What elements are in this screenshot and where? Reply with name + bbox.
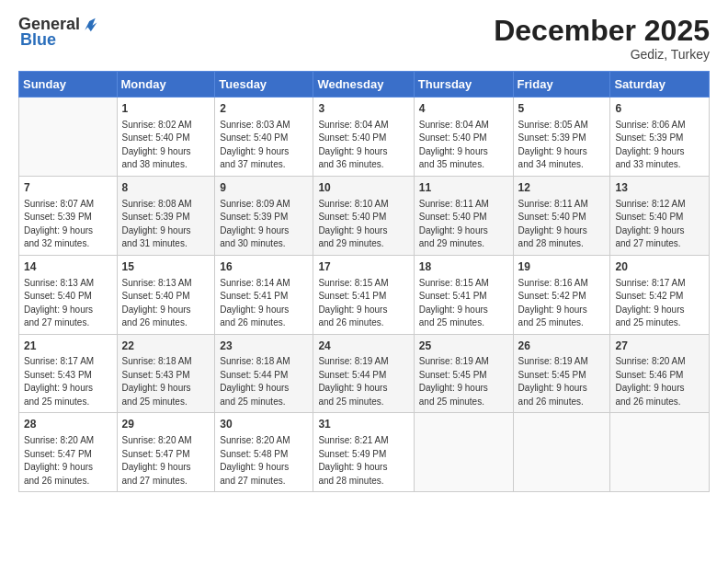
day-number: 29 <box>122 417 210 432</box>
calendar-week-row: 7Sunrise: 8:07 AMSunset: 5:39 PMDaylight… <box>19 176 710 255</box>
calendar-cell <box>414 413 513 492</box>
calendar-cell: 22Sunrise: 8:18 AMSunset: 5:43 PMDayligh… <box>117 334 215 413</box>
calendar-cell <box>19 98 118 177</box>
day-info: Sunrise: 8:20 AMSunset: 5:47 PMDaylight:… <box>122 434 210 488</box>
calendar-week-row: 28Sunrise: 8:20 AMSunset: 5:47 PMDayligh… <box>19 413 710 492</box>
calendar-week-row: 21Sunrise: 8:17 AMSunset: 5:43 PMDayligh… <box>19 334 710 413</box>
day-info: Sunrise: 8:09 AMSunset: 5:39 PMDaylight:… <box>220 198 308 251</box>
day-number: 14 <box>24 259 112 275</box>
calendar-cell: 10Sunrise: 8:10 AMSunset: 5:40 PMDayligh… <box>313 176 414 255</box>
day-number: 3 <box>318 101 408 117</box>
day-number: 26 <box>518 339 606 354</box>
calendar-cell: 12Sunrise: 8:11 AMSunset: 5:40 PMDayligh… <box>513 176 610 255</box>
day-info: Sunrise: 8:08 AMSunset: 5:39 PMDaylight:… <box>122 198 210 251</box>
day-number: 17 <box>318 259 408 275</box>
calendar-cell: 17Sunrise: 8:15 AMSunset: 5:41 PMDayligh… <box>313 255 414 334</box>
calendar-cell: 1Sunrise: 8:02 AMSunset: 5:40 PMDaylight… <box>117 98 215 177</box>
calendar-cell: 26Sunrise: 8:19 AMSunset: 5:45 PMDayligh… <box>513 334 610 413</box>
day-info: Sunrise: 8:05 AMSunset: 5:39 PMDaylight:… <box>518 119 606 172</box>
day-info: Sunrise: 8:13 AMSunset: 5:40 PMDaylight:… <box>24 277 112 330</box>
calendar-header-monday: Monday <box>117 72 215 98</box>
day-number: 27 <box>615 339 704 354</box>
calendar-header-tuesday: Tuesday <box>215 72 313 98</box>
day-info: Sunrise: 8:19 AMSunset: 5:45 PMDaylight:… <box>419 355 508 408</box>
calendar-cell: 28Sunrise: 8:20 AMSunset: 5:47 PMDayligh… <box>19 413 118 492</box>
day-number: 13 <box>615 180 704 196</box>
day-number: 18 <box>419 259 508 275</box>
day-info: Sunrise: 8:14 AMSunset: 5:41 PMDaylight:… <box>220 277 308 330</box>
calendar-header-sunday: Sunday <box>19 72 118 98</box>
day-number: 28 <box>24 417 112 432</box>
calendar-cell: 8Sunrise: 8:08 AMSunset: 5:39 PMDaylight… <box>117 176 215 255</box>
day-info: Sunrise: 8:19 AMSunset: 5:44 PMDaylight:… <box>318 355 408 408</box>
calendar-cell: 6Sunrise: 8:06 AMSunset: 5:39 PMDaylight… <box>610 98 710 177</box>
day-info: Sunrise: 8:20 AMSunset: 5:47 PMDaylight:… <box>24 434 112 488</box>
day-info: Sunrise: 8:11 AMSunset: 5:40 PMDaylight:… <box>518 198 606 251</box>
calendar-cell: 7Sunrise: 8:07 AMSunset: 5:39 PMDaylight… <box>19 176 118 255</box>
day-number: 24 <box>318 339 408 354</box>
month-title: December 2025 <box>494 15 710 47</box>
calendar-cell: 30Sunrise: 8:20 AMSunset: 5:48 PMDayligh… <box>215 413 313 492</box>
day-number: 15 <box>122 259 210 275</box>
day-info: Sunrise: 8:13 AMSunset: 5:40 PMDaylight:… <box>122 277 210 330</box>
calendar-cell: 23Sunrise: 8:18 AMSunset: 5:44 PMDayligh… <box>215 334 313 413</box>
day-number: 8 <box>122 180 210 196</box>
day-number: 21 <box>24 339 112 354</box>
day-info: Sunrise: 8:04 AMSunset: 5:40 PMDaylight:… <box>318 119 408 172</box>
calendar-cell: 9Sunrise: 8:09 AMSunset: 5:39 PMDaylight… <box>215 176 313 255</box>
calendar-cell: 2Sunrise: 8:03 AMSunset: 5:40 PMDaylight… <box>215 98 313 177</box>
header: General Blue December 2025 Gediz, Turkey <box>18 15 710 62</box>
calendar-cell: 4Sunrise: 8:04 AMSunset: 5:40 PMDaylight… <box>414 98 513 177</box>
calendar-cell: 16Sunrise: 8:14 AMSunset: 5:41 PMDayligh… <box>215 255 313 334</box>
calendar-cell: 3Sunrise: 8:04 AMSunset: 5:40 PMDaylight… <box>313 98 414 177</box>
location: Gediz, Turkey <box>494 47 710 62</box>
day-number: 11 <box>419 180 508 196</box>
day-number: 4 <box>419 101 508 117</box>
day-info: Sunrise: 8:17 AMSunset: 5:43 PMDaylight:… <box>24 355 112 408</box>
day-number: 10 <box>318 180 408 196</box>
calendar-cell: 21Sunrise: 8:17 AMSunset: 5:43 PMDayligh… <box>19 334 118 413</box>
calendar-cell: 18Sunrise: 8:15 AMSunset: 5:41 PMDayligh… <box>414 255 513 334</box>
calendar-header-saturday: Saturday <box>610 72 710 98</box>
day-info: Sunrise: 8:06 AMSunset: 5:39 PMDaylight:… <box>615 119 704 172</box>
day-info: Sunrise: 8:11 AMSunset: 5:40 PMDaylight:… <box>419 198 508 251</box>
day-info: Sunrise: 8:21 AMSunset: 5:49 PMDaylight:… <box>318 434 408 488</box>
day-number: 25 <box>419 339 508 354</box>
day-info: Sunrise: 8:10 AMSunset: 5:40 PMDaylight:… <box>318 198 408 251</box>
calendar-cell: 27Sunrise: 8:20 AMSunset: 5:46 PMDayligh… <box>610 334 710 413</box>
day-number: 30 <box>220 417 308 432</box>
day-info: Sunrise: 8:04 AMSunset: 5:40 PMDaylight:… <box>419 119 508 172</box>
day-info: Sunrise: 8:07 AMSunset: 5:39 PMDaylight:… <box>24 198 112 251</box>
calendar-header-row: SundayMondayTuesdayWednesdayThursdayFrid… <box>19 72 710 98</box>
calendar-cell: 11Sunrise: 8:11 AMSunset: 5:40 PMDayligh… <box>414 176 513 255</box>
calendar-cell: 13Sunrise: 8:12 AMSunset: 5:40 PMDayligh… <box>610 176 710 255</box>
day-info: Sunrise: 8:03 AMSunset: 5:40 PMDaylight:… <box>220 119 308 172</box>
logo-blue-text: Blue <box>20 31 56 50</box>
day-number: 5 <box>518 101 606 117</box>
calendar-cell: 15Sunrise: 8:13 AMSunset: 5:40 PMDayligh… <box>117 255 215 334</box>
day-number: 19 <box>518 259 606 275</box>
day-info: Sunrise: 8:18 AMSunset: 5:43 PMDaylight:… <box>122 355 210 408</box>
page: General Blue December 2025 Gediz, Turkey… <box>0 0 728 563</box>
day-info: Sunrise: 8:17 AMSunset: 5:42 PMDaylight:… <box>615 277 704 330</box>
calendar-header-wednesday: Wednesday <box>313 72 414 98</box>
calendar-week-row: 14Sunrise: 8:13 AMSunset: 5:40 PMDayligh… <box>19 255 710 334</box>
logo-bird-icon <box>82 15 98 35</box>
day-number: 9 <box>220 180 308 196</box>
day-number: 6 <box>615 101 704 117</box>
title-block: December 2025 Gediz, Turkey <box>494 15 710 62</box>
day-number: 12 <box>518 180 606 196</box>
day-info: Sunrise: 8:02 AMSunset: 5:40 PMDaylight:… <box>122 119 210 172</box>
day-number: 1 <box>122 101 210 117</box>
day-info: Sunrise: 8:19 AMSunset: 5:45 PMDaylight:… <box>518 355 606 408</box>
day-info: Sunrise: 8:16 AMSunset: 5:42 PMDaylight:… <box>518 277 606 330</box>
calendar-week-row: 1Sunrise: 8:02 AMSunset: 5:40 PMDaylight… <box>19 98 710 177</box>
calendar-cell: 5Sunrise: 8:05 AMSunset: 5:39 PMDaylight… <box>513 98 610 177</box>
day-info: Sunrise: 8:15 AMSunset: 5:41 PMDaylight:… <box>419 277 508 330</box>
day-number: 16 <box>220 259 308 275</box>
day-number: 7 <box>24 180 112 196</box>
day-info: Sunrise: 8:12 AMSunset: 5:40 PMDaylight:… <box>615 198 704 251</box>
calendar-header-friday: Friday <box>513 72 610 98</box>
logo: General Blue <box>18 15 98 50</box>
day-number: 22 <box>122 339 210 354</box>
